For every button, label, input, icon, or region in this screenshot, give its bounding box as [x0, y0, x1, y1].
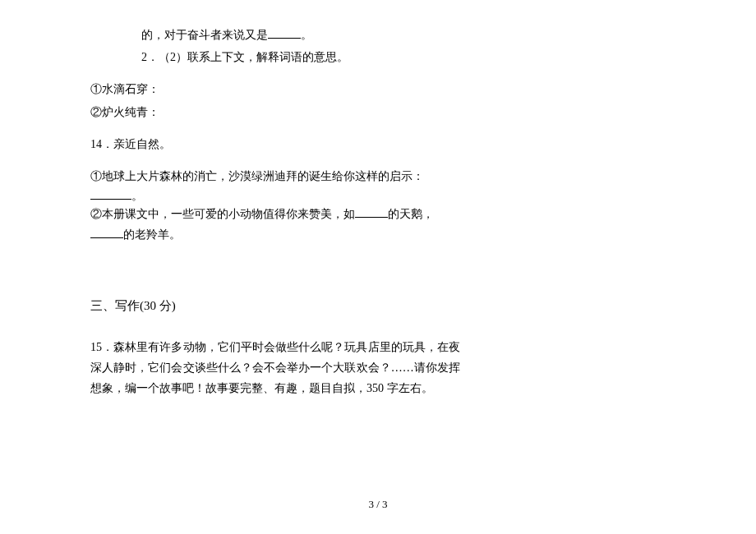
q14-p2-pre: ②本册课文中，一些可爱的小动物值得你来赞美，如 — [90, 208, 355, 220]
page-number-text: 3 / 3 — [368, 498, 387, 510]
q14-p2-mid: 的天鹅， — [388, 208, 434, 220]
q14-p1-text: ①地球上大片森林的消亡，沙漠绿洲迪拜的诞生给你这样的启示： — [90, 170, 424, 182]
q14-p1-post: 。 — [131, 190, 143, 202]
q13-item2-num: 2． — [141, 51, 159, 63]
q13-continuation-line: 的，对于奋斗者来说又是。 — [90, 25, 460, 45]
blank-fill — [268, 27, 301, 39]
q14-p2-post: 的老羚羊。 — [123, 228, 181, 241]
q14-heading: 14．亲近自然。 — [90, 134, 460, 154]
document-page: 的，对于奋斗者来说又是。 2．（2）联系上下文，解释词语的意思。 ①水滴石穿： … — [0, 0, 509, 433]
q15-num: 15． — [90, 341, 113, 353]
q13-item2: 2．（2）联系上下文，解释词语的意思。 — [90, 47, 460, 67]
section3-heading-text: 三、写作(30 分) — [90, 299, 176, 312]
q15-body: 15．森林里有许多动物，它们平时会做些什么呢？玩具店里的玩具，在夜深人静时，它们… — [90, 337, 460, 399]
page-number: 3 / 3 — [0, 498, 756, 511]
q14-p2: ②本册课文中，一些可爱的小动物值得你来赞美，如的天鹅，的老羚羊。 — [90, 204, 460, 245]
q14-p1: ①地球上大片森林的消亡，沙漠绿洲迪拜的诞生给你这样的启示： — [90, 166, 460, 186]
blank-fill — [90, 188, 131, 200]
q14-title: 亲近自然。 — [113, 138, 171, 150]
q13-item2-text: （2）联系上下文，解释词语的意思。 — [159, 51, 348, 63]
q15-text: 森林里有许多动物，它们平时会做些什么呢？玩具店里的玩具，在夜深人静时，它们会交谈… — [90, 341, 460, 394]
q14-num: 14． — [90, 138, 113, 150]
q13-sub2: ②炉火纯青： — [90, 102, 460, 122]
q13-text-post: 。 — [301, 29, 312, 41]
section3-heading: 三、写作(30 分) — [90, 298, 460, 314]
blank-fill — [355, 206, 388, 218]
q13-text-pre: 的，对于奋斗者来说又是 — [141, 29, 268, 41]
q13-sub2-text: ②炉火纯青： — [90, 106, 159, 118]
q13-sub1-text: ①水滴石穿： — [90, 83, 159, 95]
blank-fill — [90, 227, 123, 238]
q13-sub1: ①水滴石穿： — [90, 79, 460, 99]
q14-p1-blank-row: 。 — [90, 188, 460, 204]
